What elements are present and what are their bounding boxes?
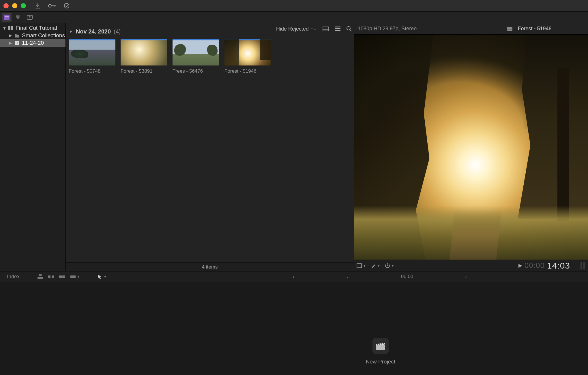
smart-collections-label: Smart Collections	[22, 32, 65, 39]
connect-clip-button[interactable]	[37, 274, 43, 280]
list-view-button[interactable]	[335, 26, 340, 31]
svg-rect-27	[52, 275, 54, 278]
svg-rect-24	[38, 277, 43, 279]
clip-label: Trees - 56476	[173, 68, 219, 74]
retime-button[interactable]: ▼	[385, 263, 394, 268]
clip-item[interactable]: Forest - 53891	[121, 39, 167, 74]
enhance-button[interactable]: ▼	[371, 263, 380, 268]
keyword-button[interactable]	[48, 3, 57, 8]
event-icon	[14, 41, 20, 45]
timeline-toolbar: Index ▼ ▼ ‹ ⌄ 00:00 ›	[0, 271, 588, 282]
preview-image	[354, 35, 588, 260]
svg-rect-29	[63, 275, 65, 278]
close-window-button[interactable]	[3, 3, 9, 8]
browser-item-count: 4 items	[66, 262, 354, 271]
clip-label: Forest - 51946	[224, 68, 271, 74]
svg-rect-26	[48, 275, 50, 278]
group-date-label: Nov 24, 2020	[76, 28, 111, 35]
svg-rect-17	[335, 27, 340, 27]
new-project-label: New Project	[366, 359, 395, 365]
svg-point-0	[48, 4, 51, 7]
event-name-label: 11-24-20	[22, 40, 44, 46]
search-button[interactable]	[346, 26, 352, 32]
library-name-label: Final Cut Tutorial	[16, 25, 57, 31]
new-project-button[interactable]: New Project	[366, 338, 395, 365]
viewer-canvas[interactable]	[354, 35, 588, 260]
updown-icon: ⌃⌄	[310, 27, 317, 31]
group-count-label: (4)	[114, 28, 121, 35]
viewer-controls: ▼ ▼ ▼ ▶ 00:00 14:03	[354, 260, 588, 271]
window-traffic-lights	[3, 3, 26, 8]
audio-meter	[580, 262, 585, 269]
clip-item[interactable]: Forest - 50748	[69, 39, 115, 74]
clapperboard-icon	[372, 338, 389, 354]
svg-point-1	[64, 3, 69, 8]
disclosure-triangle-icon[interactable]: ▼	[69, 29, 73, 34]
clip-icon	[507, 27, 513, 31]
svg-point-20	[347, 27, 350, 30]
timecode-value: 14:03	[547, 261, 570, 271]
timeline-history-dropdown[interactable]: ⌄	[346, 275, 349, 279]
sidebar-event[interactable]: ▶ 11-24-20	[0, 39, 65, 47]
svg-rect-21	[507, 27, 512, 31]
sidebar-smart-collections[interactable]: ▶ Smart Collections	[0, 32, 65, 39]
svg-rect-25	[39, 274, 42, 276]
svg-point-7	[17, 17, 19, 19]
hide-rejected-label: Hide Rejected	[276, 26, 309, 32]
import-button[interactable]	[35, 3, 41, 9]
disclosure-triangle-icon[interactable]: ▶	[9, 33, 12, 38]
timecode-prefix: 00:00	[525, 261, 545, 270]
disclosure-triangle-icon[interactable]: ▶	[9, 40, 12, 46]
viewer-format-label: 1080p HD 29.97p, Stereo	[358, 26, 417, 32]
viewer-header: 1080p HD 29.97p, Stereo Forest - 51946	[354, 23, 588, 35]
clip-item[interactable]: Trees - 56476	[173, 39, 219, 74]
select-tool-button[interactable]: ▼	[97, 274, 107, 280]
svg-rect-28	[59, 275, 63, 278]
titles-tab[interactable]: T	[25, 13, 35, 22]
svg-rect-13	[11, 28, 13, 30]
clip-label: Forest - 50748	[69, 68, 115, 74]
svg-rect-18	[335, 28, 340, 29]
timeline-nav-prev[interactable]: ‹	[293, 274, 294, 280]
play-icon[interactable]: ▶	[518, 262, 522, 269]
browser-toolbar: Hide Rejected ⌃⌄	[276, 23, 352, 35]
clip-browser: Hide Rejected ⌃⌄ ▼ Nov 24, 2020 (4)	[66, 23, 354, 271]
svg-rect-22	[357, 264, 362, 268]
svg-text:T: T	[29, 16, 31, 19]
view-options-button[interactable]: ▼	[357, 263, 366, 268]
append-clip-button[interactable]	[59, 274, 65, 280]
svg-rect-30	[70, 275, 76, 278]
timeline-index-button[interactable]: Index	[7, 274, 20, 280]
clip-label: Forest - 53891	[121, 68, 167, 74]
minimize-window-button[interactable]	[12, 3, 17, 8]
svg-rect-4	[5, 18, 9, 18]
disclosure-triangle-icon[interactable]: ▼	[2, 26, 6, 31]
svg-rect-12	[8, 28, 10, 30]
viewer-timecode: ▶ 00:00 14:03	[518, 261, 585, 271]
insert-clip-button[interactable]	[48, 274, 54, 280]
main-content: ▼ Final Cut Tutorial ▶ Smart Collections…	[0, 23, 588, 271]
overwrite-clip-button[interactable]: ▼	[70, 274, 80, 280]
hide-rejected-dropdown[interactable]: Hide Rejected ⌃⌄	[276, 26, 317, 32]
library-sidebar: ▼ Final Cut Tutorial ▶ Smart Collections…	[0, 23, 66, 271]
window-titlebar	[0, 0, 588, 12]
library-tab[interactable]	[2, 13, 12, 22]
timeline-nav-next[interactable]: ›	[465, 274, 467, 280]
viewer-clip-title: Forest - 51946	[518, 26, 552, 32]
sidebar-library[interactable]: ▼ Final Cut Tutorial	[0, 24, 65, 32]
filmstrip-view-button[interactable]	[323, 26, 329, 31]
folder-icon	[14, 33, 20, 38]
svg-rect-3	[5, 16, 9, 17]
clip-grid: Forest - 50748 Forest - 53891 Trees - 56…	[66, 38, 354, 75]
timeline-area[interactable]: New Project	[0, 282, 588, 375]
timeline-zoom-time: 00:00	[401, 274, 413, 280]
background-tasks-button[interactable]	[63, 3, 70, 9]
svg-rect-10	[8, 26, 10, 28]
library-icon	[8, 25, 13, 31]
svg-rect-16	[323, 27, 329, 31]
clip-item[interactable]: Forest - 51946	[224, 39, 271, 74]
photos-tab[interactable]	[13, 13, 23, 22]
svg-rect-11	[11, 26, 13, 28]
maximize-window-button[interactable]	[21, 3, 26, 8]
svg-rect-31	[376, 345, 385, 350]
